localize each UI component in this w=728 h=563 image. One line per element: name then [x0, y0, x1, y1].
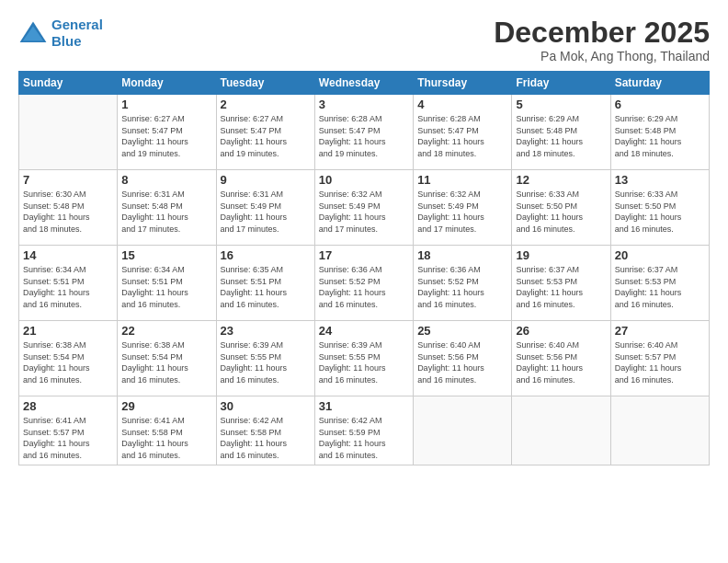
title-block: December 2025 Pa Mok, Ang Thong, Thailan…: [494, 17, 710, 63]
table-row: 21Sunrise: 6:38 AM Sunset: 5:54 PM Dayli…: [19, 321, 118, 396]
table-row: 18Sunrise: 6:36 AM Sunset: 5:52 PM Dayli…: [414, 246, 512, 321]
table-row: [610, 396, 709, 465]
col-tuesday: Tuesday: [216, 72, 314, 95]
table-row: [512, 396, 610, 465]
day-number: 7: [23, 173, 113, 187]
logo-icon: [18, 20, 48, 46]
table-row: 12Sunrise: 6:33 AM Sunset: 5:50 PM Dayli…: [512, 170, 610, 246]
logo-text: General Blue: [51, 17, 103, 50]
day-number: 9: [221, 173, 311, 187]
table-row: 5Sunrise: 6:29 AM Sunset: 5:48 PM Daylig…: [512, 95, 610, 170]
calendar-page: General Blue December 2025 Pa Mok, Ang T…: [0, 0, 728, 563]
day-number: 14: [23, 248, 113, 262]
location: Pa Mok, Ang Thong, Thailand: [494, 49, 710, 63]
day-number: 25: [417, 324, 507, 338]
day-number: 13: [615, 173, 705, 187]
day-info: Sunrise: 6:28 AM Sunset: 5:47 PM Dayligh…: [319, 113, 409, 159]
table-row: 7Sunrise: 6:30 AM Sunset: 5:48 PM Daylig…: [19, 170, 118, 246]
day-info: Sunrise: 6:37 AM Sunset: 5:53 PM Dayligh…: [516, 264, 606, 310]
day-info: Sunrise: 6:33 AM Sunset: 5:50 PM Dayligh…: [615, 189, 705, 235]
day-number: 5: [516, 98, 606, 111]
day-info: Sunrise: 6:29 AM Sunset: 5:48 PM Dayligh…: [615, 113, 705, 159]
table-row: 8Sunrise: 6:31 AM Sunset: 5:48 PM Daylig…: [118, 170, 216, 246]
calendar-table: Sunday Monday Tuesday Wednesday Thursday…: [18, 71, 710, 465]
table-row: 14Sunrise: 6:34 AM Sunset: 5:51 PM Dayli…: [19, 246, 118, 321]
table-row: 31Sunrise: 6:42 AM Sunset: 5:59 PM Dayli…: [314, 396, 413, 465]
day-info: Sunrise: 6:29 AM Sunset: 5:48 PM Dayligh…: [516, 113, 606, 159]
table-row: 19Sunrise: 6:37 AM Sunset: 5:53 PM Dayli…: [512, 246, 610, 321]
day-info: Sunrise: 6:42 AM Sunset: 5:58 PM Dayligh…: [221, 415, 311, 461]
day-number: 27: [615, 324, 705, 338]
day-info: Sunrise: 6:40 AM Sunset: 5:56 PM Dayligh…: [516, 339, 606, 385]
table-row: 15Sunrise: 6:34 AM Sunset: 5:51 PM Dayli…: [118, 246, 216, 321]
calendar-header-row: Sunday Monday Tuesday Wednesday Thursday…: [19, 72, 710, 95]
col-sunday: Sunday: [19, 72, 118, 95]
day-number: 12: [516, 173, 606, 187]
col-thursday: Thursday: [414, 72, 512, 95]
day-info: Sunrise: 6:33 AM Sunset: 5:50 PM Dayligh…: [516, 189, 606, 235]
logo-blue: Blue: [51, 33, 82, 49]
table-row: 11Sunrise: 6:32 AM Sunset: 5:49 PM Dayli…: [414, 170, 512, 246]
day-info: Sunrise: 6:31 AM Sunset: 5:48 PM Dayligh…: [121, 189, 211, 235]
header: General Blue December 2025 Pa Mok, Ang T…: [18, 17, 710, 63]
day-number: 1: [121, 98, 211, 111]
day-info: Sunrise: 6:27 AM Sunset: 5:47 PM Dayligh…: [221, 113, 311, 159]
table-row: 9Sunrise: 6:31 AM Sunset: 5:49 PM Daylig…: [216, 170, 314, 246]
day-info: Sunrise: 6:40 AM Sunset: 5:56 PM Dayligh…: [417, 339, 507, 385]
day-info: Sunrise: 6:28 AM Sunset: 5:47 PM Dayligh…: [417, 113, 507, 159]
day-info: Sunrise: 6:30 AM Sunset: 5:48 PM Dayligh…: [23, 189, 113, 235]
month-title: December 2025: [494, 17, 710, 49]
day-number: 26: [516, 324, 606, 338]
day-number: 16: [221, 248, 311, 262]
table-row: 3Sunrise: 6:28 AM Sunset: 5:47 PM Daylig…: [314, 95, 413, 170]
day-number: 18: [417, 248, 507, 262]
day-info: Sunrise: 6:41 AM Sunset: 5:57 PM Dayligh…: [23, 415, 113, 461]
table-row: [414, 396, 512, 465]
day-number: 10: [319, 173, 409, 187]
day-info: Sunrise: 6:36 AM Sunset: 5:52 PM Dayligh…: [417, 264, 507, 310]
logo-general: General: [51, 17, 103, 32]
day-number: 19: [516, 248, 606, 262]
day-number: 24: [319, 324, 409, 338]
day-info: Sunrise: 6:41 AM Sunset: 5:58 PM Dayligh…: [121, 415, 211, 461]
col-wednesday: Wednesday: [314, 72, 413, 95]
day-number: 2: [221, 98, 311, 111]
day-info: Sunrise: 6:42 AM Sunset: 5:59 PM Dayligh…: [319, 415, 409, 461]
logo: General Blue: [18, 17, 103, 50]
table-row: 25Sunrise: 6:40 AM Sunset: 5:56 PM Dayli…: [414, 321, 512, 396]
day-info: Sunrise: 6:38 AM Sunset: 5:54 PM Dayligh…: [23, 339, 113, 385]
table-row: 6Sunrise: 6:29 AM Sunset: 5:48 PM Daylig…: [610, 95, 709, 170]
day-info: Sunrise: 6:35 AM Sunset: 5:51 PM Dayligh…: [221, 264, 311, 310]
col-friday: Friday: [512, 72, 610, 95]
day-info: Sunrise: 6:31 AM Sunset: 5:49 PM Dayligh…: [221, 189, 311, 235]
day-info: Sunrise: 6:39 AM Sunset: 5:55 PM Dayligh…: [319, 339, 409, 385]
table-row: 2Sunrise: 6:27 AM Sunset: 5:47 PM Daylig…: [216, 95, 314, 170]
col-monday: Monday: [118, 72, 216, 95]
table-row: 22Sunrise: 6:38 AM Sunset: 5:54 PM Dayli…: [118, 321, 216, 396]
table-row: 24Sunrise: 6:39 AM Sunset: 5:55 PM Dayli…: [314, 321, 413, 396]
week-row-4: 21Sunrise: 6:38 AM Sunset: 5:54 PM Dayli…: [19, 321, 710, 396]
day-number: 21: [23, 324, 113, 338]
day-number: 30: [221, 399, 311, 413]
day-number: 31: [319, 399, 409, 413]
table-row: 23Sunrise: 6:39 AM Sunset: 5:55 PM Dayli…: [216, 321, 314, 396]
day-number: 28: [23, 399, 113, 413]
table-row: 30Sunrise: 6:42 AM Sunset: 5:58 PM Dayli…: [216, 396, 314, 465]
week-row-2: 7Sunrise: 6:30 AM Sunset: 5:48 PM Daylig…: [19, 170, 710, 246]
table-row: 28Sunrise: 6:41 AM Sunset: 5:57 PM Dayli…: [19, 396, 118, 465]
week-row-3: 14Sunrise: 6:34 AM Sunset: 5:51 PM Dayli…: [19, 246, 710, 321]
week-row-1: 1Sunrise: 6:27 AM Sunset: 5:47 PM Daylig…: [19, 95, 710, 170]
day-number: 23: [221, 324, 311, 338]
day-number: 15: [121, 248, 211, 262]
day-number: 11: [417, 173, 507, 187]
day-info: Sunrise: 6:39 AM Sunset: 5:55 PM Dayligh…: [221, 339, 311, 385]
table-row: 26Sunrise: 6:40 AM Sunset: 5:56 PM Dayli…: [512, 321, 610, 396]
col-saturday: Saturday: [610, 72, 709, 95]
day-number: 8: [121, 173, 211, 187]
table-row: 17Sunrise: 6:36 AM Sunset: 5:52 PM Dayli…: [314, 246, 413, 321]
day-info: Sunrise: 6:32 AM Sunset: 5:49 PM Dayligh…: [319, 189, 409, 235]
day-number: 20: [615, 248, 705, 262]
day-info: Sunrise: 6:34 AM Sunset: 5:51 PM Dayligh…: [23, 264, 113, 310]
day-number: 3: [319, 98, 409, 111]
table-row: 4Sunrise: 6:28 AM Sunset: 5:47 PM Daylig…: [414, 95, 512, 170]
